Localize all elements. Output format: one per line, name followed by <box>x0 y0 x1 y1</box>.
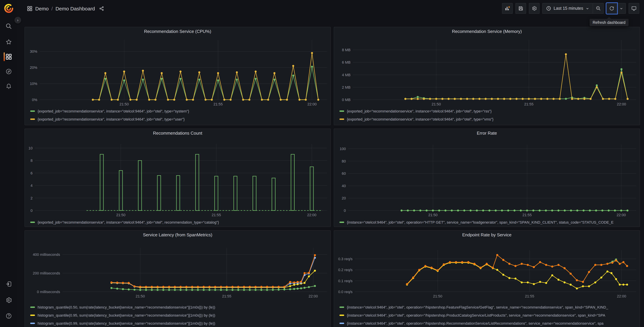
help-icon[interactable] <box>5 312 12 319</box>
legend-item[interactable]: histogram_quantile(0.95, sum(rate(latenc… <box>30 311 328 319</box>
svg-text:2: 2 <box>30 196 32 200</box>
svg-text:21:50: 21:50 <box>432 102 441 106</box>
svg-text:0.1 req/s: 0.1 req/s <box>338 279 352 283</box>
svg-text:22:00: 22:00 <box>617 102 626 106</box>
dashboards-icon[interactable] <box>5 54 12 60</box>
top-nav: Demo / Demo Dashboard Last 15 minutes <box>18 0 644 17</box>
explore-compass-icon[interactable] <box>5 68 12 75</box>
breadcrumb-separator: / <box>51 6 53 11</box>
legend-swatch <box>340 110 344 112</box>
panel-legend: {instance="otelcol:9464", job="otel", op… <box>340 303 637 327</box>
starred-icon[interactable] <box>5 38 12 45</box>
panel-legend: {exported_job="recommendationservice", i… <box>30 107 328 123</box>
search-icon[interactable] <box>5 23 12 30</box>
add-panel-button[interactable] <box>502 3 513 14</box>
alerting-bell-icon[interactable] <box>5 82 12 89</box>
time-controls: Last 15 minutes <box>542 3 604 14</box>
sign-in-icon[interactable] <box>5 281 12 288</box>
svg-text:21:55: 21:55 <box>222 294 231 298</box>
expand-sidebar-button[interactable]: › <box>14 17 21 24</box>
refresh-dashboard-button[interactable] <box>606 3 617 14</box>
svg-text:60: 60 <box>342 172 346 176</box>
legend-swatch <box>30 222 35 223</box>
svg-text:4: 4 <box>30 184 32 188</box>
panel-legend: {exported_job="recommendationservice", i… <box>340 107 637 123</box>
svg-text:22:00: 22:00 <box>617 294 626 298</box>
legend-item[interactable]: {instance="otelcol:9464", job="otel", op… <box>340 303 637 311</box>
save-dashboard-button[interactable] <box>516 3 526 14</box>
legend-label: histogram_quantile(0.50, sum(rate(latenc… <box>38 305 215 309</box>
legend-label: {instance="otelcol:9464", job="otel", op… <box>347 305 608 309</box>
panel-error-rate: Error Rate 21:5021:5522:00020406080100 {… <box>334 128 640 227</box>
legend-item[interactable]: {instance="otelcol:9464", job="otel", op… <box>340 311 637 319</box>
legend-swatch <box>340 118 344 120</box>
chart-canvas: 21:5021:5522:00020406080100 <box>334 129 640 227</box>
panel-recommendation-memory: Recommendation Service (Memory) 21:5021:… <box>334 27 640 125</box>
legend-label: histogram_quantile(0.99, sum(rate(latenc… <box>38 321 215 325</box>
share-icon[interactable] <box>99 6 104 11</box>
dashboards-grid-icon <box>27 6 32 11</box>
legend-label: histogram_quantile(0.95, sum(rate(latenc… <box>38 313 215 317</box>
panel-endpoint-rate: Endpoint Rate by Service 21:5021:5522:00… <box>334 230 640 327</box>
legend-item[interactable]: histogram_quantile(0.50, sum(rate(latenc… <box>30 303 328 311</box>
svg-text:6: 6 <box>30 171 32 175</box>
svg-text:8: 8 <box>30 158 32 163</box>
svg-text:22:00: 22:00 <box>617 213 626 217</box>
svg-text:21:50: 21:50 <box>433 294 442 298</box>
legend-label: {instance="otelcol:9464", job="otel", op… <box>347 313 605 317</box>
breadcrumb-page[interactable]: Demo Dashboard <box>56 6 95 11</box>
legend-item[interactable]: {exported_job="recommendationservice", i… <box>30 107 328 115</box>
svg-text:21:50: 21:50 <box>116 213 126 217</box>
legend-item[interactable]: histogram_quantile(0.99, sum(rate(latenc… <box>30 319 328 327</box>
svg-text:0.0 req/s: 0.0 req/s <box>338 290 352 294</box>
svg-text:21:55: 21:55 <box>525 294 534 298</box>
svg-text:6 MB: 6 MB <box>342 60 350 64</box>
legend-swatch <box>30 306 35 308</box>
cycle-view-mode-button[interactable] <box>628 3 639 14</box>
nav-sidebar <box>0 0 18 327</box>
panel-legend: {instance="otelcol:9464", job="otel", op… <box>340 218 637 226</box>
svg-text:400 milliseconds: 400 milliseconds <box>33 252 60 257</box>
svg-text:21:50: 21:50 <box>428 213 438 217</box>
svg-text:22:00: 22:00 <box>307 213 316 217</box>
legend-swatch <box>340 314 344 316</box>
svg-text:20: 20 <box>342 196 346 200</box>
chevron-down-icon <box>620 6 623 10</box>
time-range-picker[interactable]: Last 15 minutes <box>542 3 593 14</box>
dashboard-toolbar: Last 15 minutes <box>502 3 640 14</box>
breadcrumb: Demo / Demo Dashboard <box>27 6 104 11</box>
svg-text:80: 80 <box>342 159 346 163</box>
zoom-out-time-button[interactable] <box>593 3 604 14</box>
chart-canvas: 21:5021:5522:000246810 <box>25 129 331 227</box>
svg-text:21:50: 21:50 <box>136 294 145 298</box>
legend-item[interactable]: {instance="otelcol:9464", job="otel", op… <box>340 319 637 327</box>
panel-legend: {exported_job="recommendationservice", i… <box>30 218 328 226</box>
grafana-logo[interactable] <box>4 3 14 14</box>
active-nav-indicator <box>4 52 5 61</box>
svg-text:21:55: 21:55 <box>212 213 221 217</box>
legend-swatch <box>30 323 35 324</box>
svg-text:4 MB: 4 MB <box>342 73 350 77</box>
legend-item[interactable]: {exported_job="recommendationservice", i… <box>340 107 637 115</box>
legend-item[interactable]: {instance="otelcol:9464", job="otel", op… <box>340 218 637 226</box>
chart-area: 21:5021:5522:000246810 <box>25 129 330 226</box>
refresh-controls <box>606 3 626 14</box>
legend-label: {exported_job="recommendationservice", i… <box>38 109 189 113</box>
svg-text:0 MB: 0 MB <box>342 98 350 102</box>
svg-text:21:50: 21:50 <box>120 102 129 106</box>
svg-text:22:00: 22:00 <box>308 294 318 298</box>
legend-item[interactable]: {exported_job="recommendationservice", i… <box>30 218 328 226</box>
dashboard-settings-button[interactable] <box>529 3 540 14</box>
svg-text:30%: 30% <box>30 49 37 54</box>
svg-text:0.3 req/s: 0.3 req/s <box>338 257 352 261</box>
legend-item[interactable]: {exported_job="recommendationservice", i… <box>340 115 637 123</box>
svg-text:21:55: 21:55 <box>214 102 222 106</box>
svg-text:10%: 10% <box>30 82 37 86</box>
breadcrumb-section[interactable]: Demo <box>35 6 49 11</box>
legend-swatch <box>30 314 35 316</box>
legend-item[interactable]: {exported_job="recommendationservice", i… <box>30 115 328 123</box>
settings-gear-icon[interactable] <box>5 297 12 304</box>
panel-legend: histogram_quantile(0.50, sum(rate(latenc… <box>30 303 328 327</box>
refresh-interval-dropdown[interactable] <box>617 3 626 14</box>
panel-service-latency: Service Latency (from SpanMetrics) 21:50… <box>24 230 331 327</box>
